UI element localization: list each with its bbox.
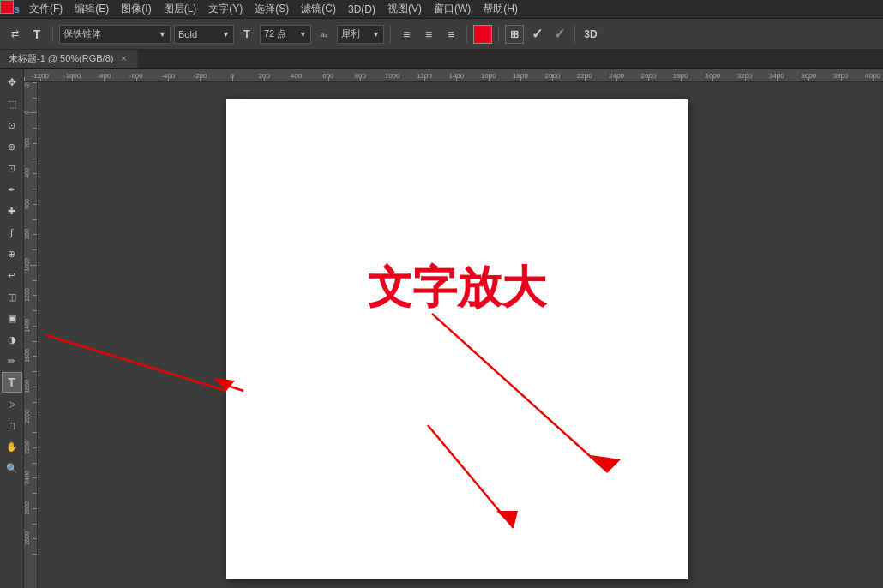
separator-2 [390,26,391,43]
gradient-tool[interactable]: ▣ [2,308,22,328]
font-size-icon: T [237,25,256,44]
gradient-icon: ▣ [8,313,16,324]
menu-edit[interactable]: 编辑(E) [69,0,114,18]
warp-text-button[interactable]: ⊞ [505,25,524,44]
quick-select-tool[interactable]: ⊛ [2,136,22,157]
svg-line-3 [46,335,226,391]
type-tool[interactable]: T [2,372,22,393]
clone-tool[interactable]: ⊕ [2,243,22,264]
eraser-tool[interactable]: ◫ [2,286,22,307]
aa-icon: aₐ [315,25,333,44]
zoom-icon: 🔍 [6,463,18,474]
align-left-button[interactable]: ≡ [397,25,416,44]
aa-dropdown[interactable]: 犀利 ▼ [337,25,384,44]
hand-tool[interactable]: ✋ [2,436,22,457]
dodge-tool[interactable]: ◑ [2,329,22,350]
menu-image[interactable]: 图像(I) [116,0,156,18]
eyedropper-tool[interactable]: ✒ [2,179,22,200]
dodge-icon: ◑ [8,334,16,345]
clone-icon: ⊕ [8,249,15,260]
font-size-arrow: ▼ [299,30,307,39]
heal-icon: ✚ [8,206,15,217]
marquee-tool[interactable]: ⬚ [2,93,22,114]
brush-icon: ∫ [10,227,13,237]
heal-tool[interactable]: ✚ [2,201,22,221]
menu-text[interactable]: 文字(Y) [203,0,248,18]
crop-icon: ⊡ [8,163,15,174]
brush-tool[interactable]: ∫ [2,222,22,243]
pen-tool[interactable]: ✏ [2,351,22,371]
align-right-button[interactable]: ≡ [442,25,460,44]
tab-title: 未标题-1 @ 50%(RGB/8) [9,52,113,65]
3d-button[interactable]: 3D [581,25,600,44]
tab-close-button[interactable]: × [118,54,129,64]
main-area: ⬚ ⊙ ⊛ ⊡ ✒ ✚ ∫ ⊕ ↩ ◫ ▣ ◑ ✏ T ▷ ◻ ✋ 🔍 -120… [0,69,883,588]
lasso-icon: ⊙ [8,120,15,131]
eyedropper-icon: ✒ [8,184,15,195]
path-select-icon: ▷ [9,399,15,410]
canvas-area-wrapper: -1200-1000-800-600-400-20002004006008001… [24,69,883,588]
crop-tool[interactable]: ⊡ [2,158,22,178]
shape-tool[interactable]: ◻ [2,415,22,435]
font-family-dropdown[interactable]: 保铁锥体 ▼ [59,25,171,44]
menu-layer[interactable]: 图层(L) [159,0,202,18]
font-size-dropdown[interactable]: 72 点 ▼ [260,25,311,44]
left-toolbar: ⬚ ⊙ ⊛ ⊡ ✒ ✚ ∫ ⊕ ↩ ◫ ▣ ◑ ✏ T ▷ ◻ ✋ 🔍 [0,69,24,588]
menu-3d[interactable]: 3D(D) [343,2,381,17]
canvas-text[interactable]: 文字放大 [368,258,546,318]
path-select-tool[interactable]: ▷ [2,393,22,414]
pen-icon: ✏ [8,356,15,367]
hand-icon: ✋ [6,441,18,453]
separator-3 [466,26,467,43]
options-toolbar: ⇄ T 保铁锥体 ▼ Bold ▼ T 72 点 ▼ aₐ 犀利 ▼ ≡ ≡ ≡… [0,19,883,50]
eraser-icon: ◫ [8,291,16,303]
menu-filter[interactable]: 滤镜(C) [296,0,341,18]
font-style-dropdown[interactable]: Bold ▼ [174,25,234,44]
tab-bar: 未标题-1 @ 50%(RGB/8) × [0,50,883,69]
history-brush-tool[interactable]: ↩ [2,265,22,285]
quick-select-icon: ⊛ [8,141,15,153]
separator-5 [574,26,575,43]
tool-toggle-icon[interactable]: ⇄ [5,25,24,44]
top-ruler: -1200-1000-800-600-400-20002004006008001… [24,69,883,82]
svg-line-1 [432,314,608,472]
svg-marker-2 [591,455,621,472]
cancel-button[interactable]: ✓ [527,25,546,44]
shape-icon: ◻ [8,420,15,431]
zoom-tool[interactable]: 🔍 [2,458,22,478]
canvas-scroll[interactable]: 文字放大 [38,82,883,588]
history-brush-icon: ↩ [8,270,15,281]
svg-line-0 [226,331,243,391]
font-style-arrow: ▼ [222,30,230,39]
lasso-tool[interactable]: ⊙ [2,115,22,135]
font-family-arrow: ▼ [159,30,166,39]
left-ruler: -200020040060080010001200140016001800200… [24,82,38,588]
document-tab[interactable]: 未标题-1 @ 50%(RGB/8) × [0,50,138,68]
text-color-swatch[interactable] [473,25,492,44]
type-icon: T [8,375,15,389]
commit-button[interactable]: ✓ [550,25,568,44]
tool-text-icon[interactable]: T [27,25,46,44]
menu-view[interactable]: 视图(V) [382,0,427,18]
move-icon [8,76,16,88]
menu-help[interactable]: 帮助(H) [478,0,523,18]
menu-file[interactable]: 文件(F) [24,0,68,18]
marquee-icon: ⬚ [8,99,16,110]
menu-select[interactable]: 选择(S) [249,0,294,18]
align-center-button[interactable]: ≡ [419,25,438,44]
move-tool[interactable] [2,72,22,93]
document-canvas: 文字放大 [226,99,688,579]
arrow-annotation [226,99,688,579]
separator-1 [52,26,53,43]
aa-arrow: ▼ [372,30,380,39]
left-ruler-wrapper: -200020040060080010001200140016001800200… [24,82,883,588]
separator-4 [498,26,499,43]
menu-bar: Ps 文件(F) 编辑(E) 图像(I) 图层(L) 文字(Y) 选择(S) 滤… [0,0,883,19]
menu-window[interactable]: 窗口(W) [429,0,476,18]
top-ruler-numbers: -1200-1000-800-600-400-20002004006008001… [24,69,883,81]
